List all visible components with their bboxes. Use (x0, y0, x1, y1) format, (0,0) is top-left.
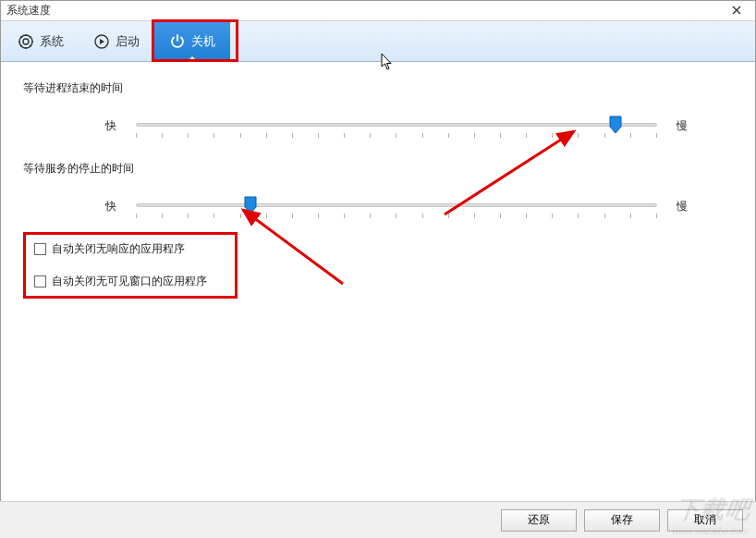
slider-fast-label: 快 (97, 118, 125, 134)
checkbox-close-no-window-label: 自动关闭无可见窗口的应用程序 (52, 274, 207, 289)
checkbox-close-unresponsive-label: 自动关闭无响应的应用程序 (52, 241, 185, 257)
gear-icon (18, 33, 34, 50)
svg-point-0 (23, 39, 29, 44)
power-icon (169, 33, 186, 50)
slider-slow-label: 慢 (668, 118, 696, 134)
tab-shutdown-label: 关机 (191, 33, 215, 50)
slider-service-track[interactable] (136, 197, 657, 215)
checkbox-close-no-window[interactable]: 自动关闭无可见窗口的应用程序 (23, 274, 733, 289)
checkbox-icon (34, 275, 46, 287)
restore-button-label: 还原 (528, 512, 550, 528)
button-bar: 还原 保存 取消 (0, 501, 756, 538)
titlebar: 系统速度 (1, 1, 755, 21)
checkbox-icon (34, 243, 46, 255)
watermark: 下载吧 www.xiazaiba.com (672, 494, 754, 536)
tab-system[interactable]: 系统 (3, 21, 79, 61)
tab-shutdown[interactable]: 关机 (154, 21, 230, 61)
tab-system-label: 系统 (40, 33, 64, 50)
save-button-label: 保存 (611, 512, 633, 528)
tab-startup-label: 启动 (116, 33, 140, 50)
window-title: 系统速度 (6, 3, 51, 18)
group-process-wait-title: 等待进程结束的时间 (23, 80, 733, 96)
slider-fast-label-2: 快 (97, 199, 125, 214)
save-button[interactable]: 保存 (584, 509, 660, 532)
slider-process-thumb[interactable] (609, 116, 622, 134)
slider-slow-label-2: 慢 (668, 199, 696, 214)
tab-startup[interactable]: 启动 (79, 21, 154, 61)
slider-process-wait: 快 慢 (23, 116, 733, 135)
checkbox-section: 自动关闭无响应的应用程序 自动关闭无可见窗口的应用程序 (23, 241, 733, 289)
slider-service-thumb[interactable] (244, 196, 257, 214)
restore-button[interactable]: 还原 (501, 509, 577, 532)
group-service-wait-title: 等待服务的停止的时间 (23, 161, 733, 177)
checkbox-close-unresponsive[interactable]: 自动关闭无响应的应用程序 (23, 241, 733, 257)
tab-bar: 系统 启动 关机 (1, 21, 755, 62)
slider-process-track[interactable] (136, 116, 657, 135)
slider-service-wait: 快 慢 (23, 197, 733, 215)
close-icon (732, 6, 741, 15)
play-circle-icon (93, 33, 110, 50)
close-button[interactable] (724, 1, 750, 19)
